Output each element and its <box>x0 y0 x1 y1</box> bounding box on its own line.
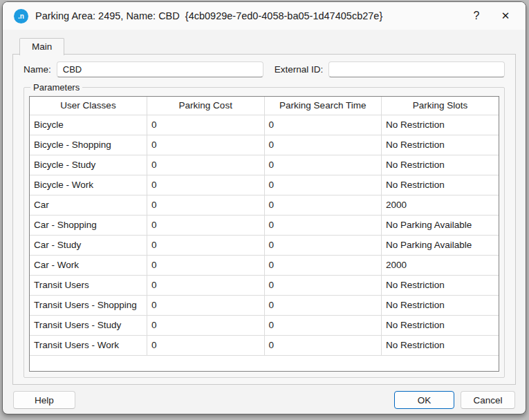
table-cell[interactable]: 0 <box>264 275 382 295</box>
table-row: Transit Users00No Restriction <box>30 275 499 295</box>
name-input[interactable] <box>57 61 263 77</box>
parameters-group: Parameters User ClassesParking CostParki… <box>24 82 505 378</box>
column-header[interactable]: Parking Cost <box>147 97 265 115</box>
table-cell[interactable]: Car <box>30 195 147 215</box>
dialog-window: .n Parking Area: 2495, Name: CBD {4cb092… <box>2 1 526 414</box>
table-cell[interactable]: No Restriction <box>382 135 499 155</box>
table-cell[interactable]: 2000 <box>382 195 499 215</box>
dialog-body: Main Name: External ID: Parameters User … <box>3 30 526 385</box>
table-header: User ClassesParking CostParking Search T… <box>30 97 499 115</box>
table-cell[interactable]: 0 <box>264 115 382 135</box>
table-row: Bicycle - Shopping00No Restriction <box>30 135 499 155</box>
table-cell[interactable]: 0 <box>147 195 265 215</box>
table-cell[interactable]: Transit Users - Study <box>30 315 147 335</box>
table-cell[interactable]: Transit Users <box>30 275 147 295</box>
table-cell[interactable]: 0 <box>147 255 265 275</box>
table-row: Car - Shopping00No Parking Available <box>30 215 499 235</box>
button-bar: Help OK Cancel <box>3 385 526 414</box>
table-cell[interactable]: Bicycle - Study <box>30 155 147 175</box>
table-cell[interactable]: Car - Work <box>30 255 147 275</box>
table-cell[interactable]: 0 <box>147 215 265 235</box>
table-cell[interactable]: No Restriction <box>382 335 499 355</box>
app-icon: .n <box>14 9 28 23</box>
table-cell[interactable]: 0 <box>264 315 382 335</box>
table-row: Car - Work002000 <box>30 255 499 275</box>
table-cell[interactable]: No Parking Available <box>382 215 499 235</box>
table-cell[interactable]: No Restriction <box>382 115 499 135</box>
table-cell[interactable]: No Restriction <box>382 155 499 175</box>
table-cell[interactable]: No Restriction <box>382 295 499 315</box>
table-cell[interactable]: 0 <box>264 335 382 355</box>
table-cell[interactable]: 0 <box>147 135 265 155</box>
name-label: Name: <box>24 64 51 75</box>
table-cell[interactable]: Transit Users - Work <box>30 335 147 355</box>
table-cell[interactable]: 0 <box>264 155 382 175</box>
parameters-table: User ClassesParking CostParking Search T… <box>30 97 499 356</box>
table-row: Transit Users - Study00No Restriction <box>30 315 499 335</box>
table-cell[interactable]: 0 <box>147 235 265 255</box>
name-row: Name: External ID: <box>24 61 505 77</box>
tab-panel-main: Name: External ID: Parameters User Class… <box>12 54 516 385</box>
table-cell[interactable]: 0 <box>147 335 265 355</box>
table-body: Bicycle00No RestrictionBicycle - Shoppin… <box>30 115 499 355</box>
window-title: Parking Area: 2495, Name: CBD {4cb0929e-… <box>35 10 462 21</box>
table-row: Bicycle - Study00No Restriction <box>30 155 499 175</box>
table-cell[interactable]: Transit Users - Shopping <box>30 295 147 315</box>
table-cell[interactable]: 0 <box>264 235 382 255</box>
column-header[interactable]: Parking Slots <box>382 97 499 115</box>
column-header[interactable]: Parking Search Time <box>264 97 382 115</box>
table-cell[interactable]: 0 <box>147 175 265 195</box>
table-row: Car002000 <box>30 195 499 215</box>
table-cell[interactable]: 0 <box>264 135 382 155</box>
table-cell[interactable]: 0 <box>264 295 382 315</box>
table-header-row: User ClassesParking CostParking Search T… <box>30 97 499 115</box>
table-cell[interactable]: Car - Study <box>30 235 147 255</box>
tab-bar: Main <box>12 38 516 54</box>
table-cell[interactable]: 0 <box>147 295 265 315</box>
parameters-table-container: User ClassesParking CostParking Search T… <box>29 96 499 372</box>
table-cell[interactable]: 2000 <box>382 255 499 275</box>
table-cell[interactable]: Car - Shopping <box>30 215 147 235</box>
table-row: Transit Users - Shopping00No Restriction <box>30 295 499 315</box>
table-cell[interactable]: 0 <box>147 315 265 335</box>
table-cell[interactable]: 0 <box>264 175 382 195</box>
table-cell[interactable]: 0 <box>147 115 265 135</box>
parameters-group-label: Parameters <box>30 82 82 93</box>
table-cell[interactable]: Bicycle - Work <box>30 175 147 195</box>
table-cell[interactable]: 0 <box>147 275 265 295</box>
table-row: Car - Study00No Parking Available <box>30 235 499 255</box>
external-id-input[interactable] <box>328 61 505 77</box>
cancel-button[interactable]: Cancel <box>461 391 515 409</box>
external-id-label: External ID: <box>275 64 324 75</box>
ok-button[interactable]: OK <box>394 391 454 409</box>
table-cell[interactable]: No Restriction <box>382 315 499 335</box>
table-cell[interactable]: Bicycle - Shopping <box>30 135 147 155</box>
table-cell[interactable]: 0 <box>147 155 265 175</box>
table-cell[interactable]: No Parking Available <box>382 235 499 255</box>
tab-main[interactable]: Main <box>19 38 64 55</box>
column-header[interactable]: User Classes <box>30 97 147 115</box>
table-row: Bicycle - Work00No Restriction <box>30 175 499 195</box>
table-row: Bicycle00No Restriction <box>30 115 499 135</box>
table-cell[interactable]: No Restriction <box>382 175 499 195</box>
table-cell[interactable]: 0 <box>264 255 382 275</box>
table-row: Transit Users - Work00No Restriction <box>30 335 499 355</box>
title-bar[interactable]: .n Parking Area: 2495, Name: CBD {4cb092… <box>3 2 526 30</box>
table-cell[interactable]: 0 <box>264 195 382 215</box>
titlebar-help-icon[interactable]: ? <box>462 4 491 28</box>
table-cell[interactable]: Bicycle <box>30 115 147 135</box>
table-cell[interactable]: 0 <box>264 215 382 235</box>
table-cell[interactable]: No Restriction <box>382 275 499 295</box>
close-icon[interactable]: ✕ <box>491 4 520 28</box>
help-button[interactable]: Help <box>13 391 75 409</box>
